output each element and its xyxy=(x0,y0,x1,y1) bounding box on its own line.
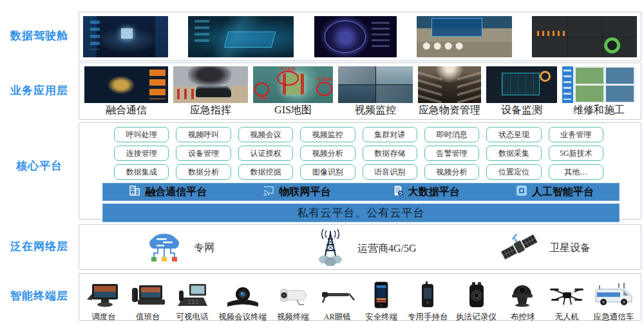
dome-camera-icon xyxy=(504,281,540,311)
service-chip: 视频会议 xyxy=(238,127,293,142)
apps-row: 融合通信 应急指挥 作业船舶 值守船舶 小渔船 GIS地图 xyxy=(79,63,641,122)
gis-map-thumbnail: 作业船舶 值守船舶 小渔船 xyxy=(253,66,333,103)
platform-ai: 人工智能平台 xyxy=(490,184,619,200)
service-chip: 数据集成 xyxy=(114,164,169,180)
app-label: 融合通信 xyxy=(106,104,147,117)
terminal-label: 可视电话 xyxy=(176,312,208,322)
terminal-label: 值班台 xyxy=(136,312,160,322)
service-chip: 数据分析 xyxy=(176,164,231,180)
network-section: 专网 运营商4G/5G xyxy=(79,224,641,270)
app-label: 应急指挥 xyxy=(190,104,231,117)
network-satellite: 卫星设备 xyxy=(498,231,591,265)
handheld-terminal-icon xyxy=(410,281,446,311)
network-carrier: 运营商4G/5G xyxy=(312,229,417,269)
service-chip: 告警管理 xyxy=(424,146,479,161)
platform-converged-comms: 融合通信平台 xyxy=(103,184,232,200)
gis-annotation-circle xyxy=(316,82,332,96)
bigdata-doc-icon xyxy=(392,184,404,200)
terminal-label: 专用手持台 xyxy=(408,312,448,322)
network-label: 专网 xyxy=(194,242,214,255)
architecture-diagram: 数据驾驶舱 业务应用层 核心平台 泛在网络层 智能终端层 融合通信 应急指挥 xyxy=(0,0,644,322)
video-phone-icon xyxy=(174,283,210,311)
service-chip: 设备管理 xyxy=(176,146,231,161)
gis-annotation-circle xyxy=(277,71,299,86)
cockpit-screen-globe-dashboard xyxy=(314,16,397,57)
carrier-tower-icon xyxy=(312,229,348,269)
layer-label-terminals: 智能终端层 xyxy=(0,289,79,303)
layer-label-data-cockpit: 数据驾驶舱 xyxy=(0,29,79,43)
bullet-camera-icon xyxy=(275,283,311,311)
service-chip: 位置定位 xyxy=(486,164,541,180)
terminal-label: 应急通信车 xyxy=(594,312,634,322)
terminal-duty-console: 值班台 xyxy=(130,283,166,322)
cockpit-screens-row xyxy=(79,12,641,61)
service-chip: 视频分析 xyxy=(424,164,479,180)
cockpit-screen-tank-farm-dashboard xyxy=(417,16,512,57)
dispatch-console-icon xyxy=(86,283,122,311)
terminal-secure-smartphone: 安全终端 xyxy=(363,281,399,322)
gis-annotation-label: 小渔船 xyxy=(256,96,267,100)
service-chip: 视频呼叫 xyxy=(176,127,231,142)
service-chip: 集群对讲 xyxy=(363,127,417,142)
terminal-video-phone: 可视电话 xyxy=(174,283,210,322)
platform-label: 物联网平台 xyxy=(279,185,330,199)
emergency-command-thumbnail xyxy=(173,66,248,103)
camera-feed-quadrant xyxy=(376,85,413,103)
terminal-drone: 无人机 xyxy=(549,281,585,322)
terminal-label: 执法记录仪 xyxy=(456,312,497,322)
cockpit-screen-city-3d-dashboard xyxy=(83,16,168,57)
app-label: 视频监控 xyxy=(355,104,396,117)
terminal-label: 安全终端 xyxy=(365,312,397,322)
terminal-label: AR眼镜 xyxy=(323,312,350,322)
smartphone-icon xyxy=(363,281,399,311)
building-icon xyxy=(128,184,141,200)
equipment-monitoring-thumbnail xyxy=(486,66,557,103)
gis-annotation-label: 值守船舶 xyxy=(317,77,332,82)
network-label: 卫星设备 xyxy=(549,242,591,255)
terminal-dispatch-console: 调度台 xyxy=(86,283,122,322)
app-converged-comms: 融合通信 xyxy=(84,66,168,117)
platforms-bar: 融合通信平台 物联网平台 xyxy=(102,183,620,201)
gis-annotation-label: 作业船舶 xyxy=(280,67,296,71)
terminal-bodycam: 执法记录仪 xyxy=(456,281,497,322)
platform-iot: 物联网平台 xyxy=(232,184,361,200)
platform-label: 融合通信平台 xyxy=(145,185,207,199)
ar-glasses-icon xyxy=(319,283,355,311)
terminal-conference-camera: 视频会议终端 xyxy=(218,283,267,322)
service-chip: 视频分析 xyxy=(300,146,355,161)
app-equipment-monitoring: 设备监测 xyxy=(486,66,557,117)
data-cockpit-section xyxy=(79,12,641,61)
terminal-label: 布控球 xyxy=(511,312,535,322)
satellite-icon xyxy=(498,231,540,265)
video-surveillance-thumbnail xyxy=(338,66,413,103)
app-gis-map: 作业船舶 值守船舶 小渔船 GIS地图 xyxy=(253,66,333,117)
app-maintenance-construction: 维修和施工 xyxy=(562,66,636,117)
service-chip: 状态呈现 xyxy=(486,127,541,142)
cockpit-screen-analytics-dashboard xyxy=(532,16,637,57)
terminal-handheld: 专用手持台 xyxy=(408,281,448,322)
terminal-label: 视频会议终端 xyxy=(218,312,267,322)
camera-feed-quadrant xyxy=(338,85,375,103)
iot-cast-icon xyxy=(262,184,275,200)
terminals-row: 调度台 值班台 xyxy=(79,274,641,322)
app-emergency-supplies: 应急物资管理 xyxy=(418,66,481,117)
app-emergency-command: 应急指挥 xyxy=(173,66,248,117)
warehouse-thumbnail xyxy=(418,66,481,103)
business-apps-section: 融合通信 应急指挥 作业船舶 值守船舶 小渔船 GIS地图 xyxy=(79,62,641,120)
terminal-label: 视频终端 xyxy=(277,312,309,322)
service-chip: 语音识别 xyxy=(363,164,417,180)
service-chip: 即时消息 xyxy=(424,127,479,142)
service-chip: 5G新技术 xyxy=(549,146,603,161)
app-label: 维修和施工 xyxy=(573,104,625,117)
app-label: 设备监测 xyxy=(501,104,542,117)
network-private: 专网 xyxy=(144,230,214,266)
comms-vehicle-icon xyxy=(593,281,634,311)
service-chip: 连接管理 xyxy=(114,146,169,161)
cockpit-screen-campus-3d-dashboard xyxy=(188,16,294,57)
network-label: 运营商4G/5G xyxy=(357,242,417,256)
drone-icon xyxy=(549,281,585,311)
ai-chip-icon xyxy=(515,184,528,200)
bodycam-icon xyxy=(459,281,495,311)
service-chip: 呼叫处理 xyxy=(114,127,169,142)
platform-label: 大数据平台 xyxy=(408,185,460,199)
